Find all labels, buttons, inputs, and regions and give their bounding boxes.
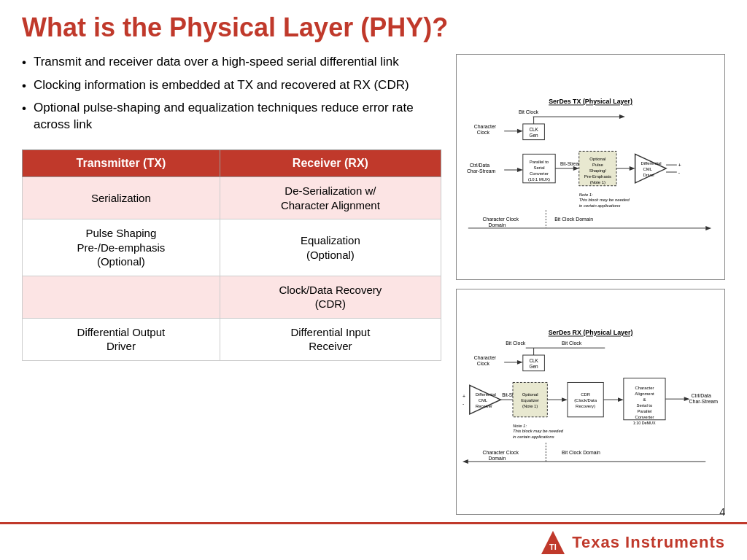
ti-logo: TI Texas Instruments: [540, 529, 725, 556]
rx-clk-gen-text1: CLK: [529, 358, 538, 363]
rx-cdr-to-align-arrow: [618, 397, 624, 402]
table-row: Clock/Data Recovery (CDR): [23, 276, 441, 318]
rx-align-text3: &: [643, 397, 646, 402]
tx-char-domain-label2: Domain: [488, 222, 506, 228]
rx-note1-text2: in certain applications: [513, 435, 554, 439]
tx-bitstream-arrow: [573, 166, 579, 171]
slide-title: What is the Physical Layer (PHY)?: [22, 13, 725, 42]
rx-diff-text2: CML: [479, 398, 488, 402]
rx-ctrl-label2: Char-Stream: [689, 399, 719, 404]
rx-cdr-text2: (Clock/Data: [574, 398, 597, 402]
rx-bit-clock-label2: Bit Clock: [562, 341, 582, 346]
bullet-item-2: Clocking information is embedded at TX a…: [22, 77, 441, 95]
rx-demux-label: 1:10 DeMUX: [633, 420, 656, 424]
tx-char-clock-arrow: [517, 128, 523, 133]
rx-diff-text3: Receiver: [476, 404, 492, 408]
main-content: What is the Physical Layer (PHY)? Transm…: [0, 0, 747, 522]
tx-out-plus-label: +: [678, 163, 681, 168]
rx-diagram-svg: SerDes RX (Physical Layer) Bit Clock Bit…: [461, 294, 720, 510]
comparison-table: Transmitter (TX) Receiver (RX) Serializa…: [22, 149, 441, 361]
rx-eq-to-cdr-arrow: [562, 397, 568, 402]
tx-p2s-text1: Parallel to: [530, 160, 549, 164]
table-header-tx: Transmitter (TX): [23, 150, 220, 177]
right-column: SerDes TX (Physical Layer) Bit Clock Cha…: [456, 54, 725, 515]
tx-p2s-text4: (10:1 MUX): [528, 176, 550, 181]
rx-align-text6: Converter: [635, 415, 654, 419]
rx-diff-text1: Differential: [476, 392, 496, 397]
rx-domain-arrow: [462, 459, 468, 464]
tx-bit-domain-label: Bit Clock Domain: [554, 217, 593, 222]
table-header-row: Transmitter (TX) Receiver (RX): [23, 150, 441, 177]
tx-p2s-text3: Converter: [530, 171, 549, 176]
tx-diagram-box: SerDes TX (Physical Layer) Bit Clock Cha…: [456, 54, 725, 280]
bullet-item-1: Transmit and receiver data over a high-s…: [22, 54, 441, 71]
rx-diagram-box: SerDes RX (Physical Layer) Bit Clock Bit…: [456, 289, 725, 515]
rx-cdr-text1: CDR: [581, 392, 590, 397]
rx-align-text1: Character: [635, 386, 654, 390]
table-cell-1-0: Pulse Shaping Pre-/De-emphasis (Optional…: [23, 219, 220, 276]
tx-pulse-text2: Pulse: [592, 163, 603, 167]
bullet-list: Transmit and receiver data over a high-s…: [22, 54, 441, 140]
tx-diagram-svg: SerDes TX (Physical Layer) Bit Clock Cha…: [461, 59, 720, 275]
rx-align-text4: Serial to: [637, 403, 653, 408]
rx-char-domain-label: Character Clock: [483, 450, 519, 455]
tx-to-diff-arrow: [630, 166, 635, 171]
tx-ctrl-label2: Char-Stream: [467, 168, 496, 174]
tx-pulse-text3: Shaping/: [589, 168, 607, 173]
rx-eq-text1: Optional: [522, 392, 538, 397]
table-cell-0-1: De-Serialization w/ Character Alignment: [220, 177, 441, 219]
tx-char-domain-label: Character Clock: [483, 217, 519, 222]
rx-note1-text1: This block may be needed: [513, 429, 564, 433]
ti-company-name: Texas Instruments: [572, 533, 725, 552]
page-number: 4: [719, 506, 725, 518]
tx-char-clock-label: Character: [474, 123, 497, 128]
table-row: Pulse Shaping Pre-/De-emphasis (Optional…: [23, 219, 441, 276]
tx-clk-gen-text2: Gen: [530, 132, 539, 137]
rx-cdr-text3: Recovery): [576, 404, 595, 408]
tx-clk-gen-text1: CLK: [529, 126, 538, 131]
table-cell-2-1: Clock/Data Recovery (CDR): [220, 276, 441, 318]
rx-char-clock-label: Character: [474, 355, 497, 360]
tx-pulse-text1: Optional: [589, 157, 605, 161]
bullet-item-3: Optional pulse-shaping and equalization …: [22, 100, 441, 133]
rx-bit-clock-label1: Bit Clock: [506, 341, 526, 346]
tx-diff-text2: CML: [643, 167, 652, 171]
tx-note1-text2: in certain applications: [579, 203, 621, 208]
tx-diff-text3: Driver: [643, 173, 654, 177]
tx-bit-clock-arrow: [619, 114, 625, 119]
rx-char-domain-label2: Domain: [488, 456, 506, 461]
rx-align-text2: Alignment: [635, 392, 654, 396]
table-header-rx: Receiver (RX): [220, 150, 441, 177]
table-row: SerializationDe-Serialization w/ Charact…: [23, 177, 441, 219]
slide: What is the Physical Layer (PHY)? Transm…: [0, 0, 747, 560]
rx-align-text5: Parallel: [638, 409, 652, 413]
tx-diagram-title: SerDes TX (Physical Layer): [549, 98, 632, 105]
footer: TI Texas Instruments: [0, 522, 747, 560]
rx-ctrl-label1: Ctrl/Data: [692, 393, 711, 398]
rx-bit-domain-label: Bit Clock Domain: [562, 450, 600, 455]
tx-char-clock-label2: Clock: [477, 129, 490, 134]
rx-char-clock-label2: Clock: [477, 361, 490, 366]
svg-text:TI: TI: [549, 542, 557, 551]
rx-note1-label: Note 1:: [513, 423, 527, 427]
left-column: Transmit and receiver data over a high-s…: [22, 54, 441, 515]
rx-char-clock-arrow: [517, 360, 523, 365]
table-cell-3-0: Differential Output Driver: [23, 318, 220, 360]
tx-ctrl-arrow: [517, 168, 523, 172]
tx-domain-arrow: [705, 226, 711, 230]
rx-diagram-title: SerDes RX (Physical Layer): [549, 329, 633, 336]
tx-p2s-text2: Serial: [533, 166, 544, 170]
tx-bit-clock-label: Bit Clock: [519, 109, 539, 114]
ti-logo-icon: TI: [540, 529, 566, 556]
table-row: Differential Output DriverDifferential I…: [23, 318, 441, 360]
table-cell-2-0: [23, 276, 220, 318]
tx-note1-label: Note 1:: [579, 192, 593, 196]
rx-eq-text2: Equalizer: [521, 398, 539, 402]
rx-in-minus-label: -: [462, 401, 464, 406]
table-cell-0-0: Serialization: [23, 177, 220, 219]
table-cell-1-1: Equalization (Optional): [220, 219, 441, 276]
tx-pulse-text4: Pre-Emphasis: [584, 174, 611, 178]
tx-ctrl-label1: Ctrl/Data: [470, 163, 489, 168]
tx-out-minus-label: -: [678, 170, 680, 175]
rx-eq-text3: (Note 1): [522, 404, 538, 408]
